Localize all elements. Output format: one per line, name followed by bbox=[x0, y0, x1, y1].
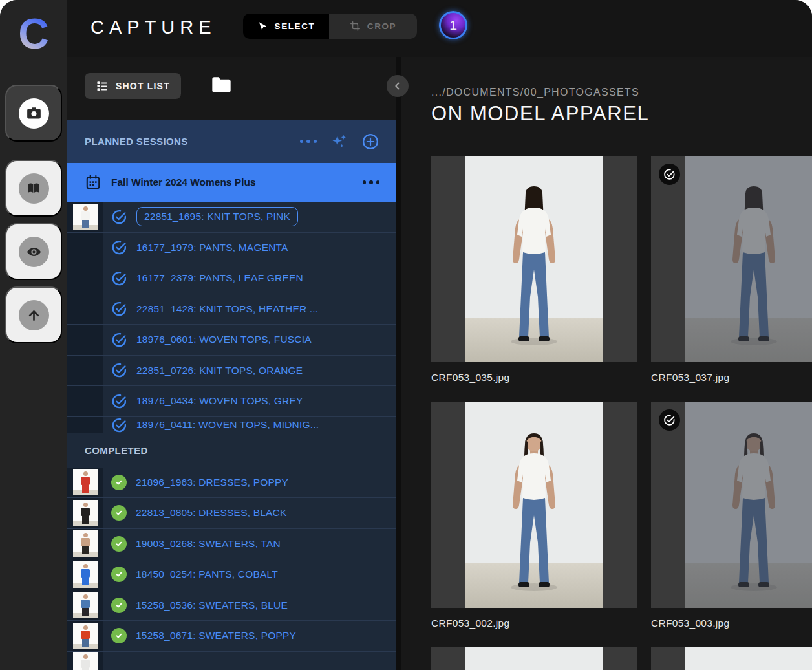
shot-thumbnail bbox=[73, 623, 98, 649]
shot-list-item[interactable]: 22851_1695: KNIT TOPS, PINK bbox=[67, 202, 396, 233]
dim-overlay bbox=[685, 402, 812, 608]
shot-list-item[interactable]: 22813_0805: DRESSES, BLACK bbox=[67, 498, 396, 529]
folder-button[interactable] bbox=[211, 76, 232, 96]
eye-icon bbox=[19, 237, 49, 267]
rail-item-review[interactable] bbox=[5, 223, 62, 280]
ellipsis-icon bbox=[363, 180, 380, 184]
shot-thumb-column bbox=[67, 529, 103, 559]
collapse-panel-button[interactable] bbox=[387, 75, 409, 97]
rail-item-capture[interactable] bbox=[5, 85, 62, 142]
select-tool-button[interactable]: SELECT bbox=[243, 14, 329, 39]
photo-card[interactable] bbox=[431, 647, 637, 670]
shot-thumbnail bbox=[73, 592, 98, 618]
photo-card[interactable] bbox=[651, 647, 812, 670]
shot-thumb-column bbox=[67, 233, 103, 263]
planned-check-icon bbox=[111, 393, 127, 409]
selected-check-badge bbox=[659, 409, 680, 431]
photo-filename: CRF053_002.jpg bbox=[431, 618, 637, 629]
ai-suggest-button[interactable] bbox=[330, 133, 348, 150]
shot-thumb-column bbox=[67, 498, 103, 528]
top-bar: CAPTURE SELECT CROP 1 bbox=[67, 0, 812, 57]
shot-list-item[interactable]: 16177_1979: PANTS, MAGENTA bbox=[67, 233, 396, 264]
photo-card[interactable] bbox=[431, 402, 637, 608]
completed-check-icon bbox=[111, 628, 127, 643]
planned-check-icon bbox=[111, 270, 127, 286]
rail-item-upload[interactable] bbox=[5, 286, 62, 343]
shot-list-item[interactable]: 15258_0536: SWEATERS, BLUE bbox=[67, 590, 396, 621]
shot-thumb-column bbox=[67, 468, 103, 498]
completed-check-icon bbox=[111, 536, 127, 552]
crop-tool-button[interactable]: CROP bbox=[329, 14, 417, 39]
capture-logo: C bbox=[0, 5, 67, 62]
shot-item-label: 18976_0601: WOVEN TOPS, FUSCIA bbox=[136, 334, 312, 345]
shot-list-item[interactable]: 18976_0434: WOVEN TOPS, GREY bbox=[67, 386, 396, 417]
shot-thumb-column bbox=[67, 590, 103, 621]
breadcrumb: .../DOCUMENTS/00_PHOTOGASSETS bbox=[431, 87, 639, 98]
photo bbox=[465, 647, 603, 670]
photo-card[interactable] bbox=[431, 156, 637, 362]
planned-check-icon bbox=[111, 301, 127, 317]
page-title: ON MODEL APPAREL bbox=[431, 102, 649, 125]
shot-list-button[interactable]: SHOT LIST bbox=[85, 73, 181, 99]
photo bbox=[465, 156, 603, 362]
rail-item-lookbook[interactable] bbox=[5, 160, 62, 217]
shot-list-item[interactable]: 18976_0601: WOVEN TOPS, FUSCIA bbox=[67, 325, 396, 356]
completed-check-icon bbox=[111, 505, 127, 521]
shot-thumb-column bbox=[67, 386, 103, 416]
planned-more-button[interactable] bbox=[300, 140, 317, 144]
shot-thumb-column bbox=[67, 417, 103, 433]
shot-thumb-column bbox=[67, 294, 103, 325]
shot-list-item[interactable]: 15258_0671: SWEATERS, POPPY bbox=[67, 621, 396, 652]
shot-thumb-column bbox=[67, 652, 103, 670]
shot-thumbnail bbox=[73, 500, 98, 526]
shot-item-label: 21896_1963: DRESSES, POPPY bbox=[136, 477, 288, 488]
shot-thumb-column bbox=[67, 356, 103, 386]
folder-icon bbox=[211, 76, 232, 94]
session-title: Fall Winter 2024 Womens Plus bbox=[111, 177, 353, 188]
photo-card[interactable] bbox=[651, 156, 812, 362]
app-title: CAPTURE bbox=[91, 17, 217, 38]
session-more-button[interactable] bbox=[363, 180, 380, 184]
photo bbox=[685, 156, 812, 362]
photo-filename: CRF053_003.jpg bbox=[651, 618, 812, 629]
session-row[interactable]: Fall Winter 2024 Womens Plus bbox=[67, 163, 396, 202]
shot-list-item[interactable]: 22851_1428: KNIT TOPS, HEATHER ... bbox=[67, 294, 396, 325]
shot-list-item[interactable] bbox=[67, 652, 396, 670]
shot-list-item[interactable]: 18450_0254: PANTS, COBALT bbox=[67, 559, 396, 590]
shot-thumb-column bbox=[67, 325, 103, 355]
arrow-up-icon bbox=[19, 300, 49, 330]
shot-item-label: 15258_0536: SWEATERS, BLUE bbox=[136, 600, 288, 611]
shot-thumbnail bbox=[73, 561, 98, 588]
browser-panel: .../DOCUMENTS/00_PHOTOGASSETS ON MODEL A… bbox=[401, 57, 812, 670]
shot-list-item[interactable]: 18976_0411: WOVEN TOPS, MIDNIG... bbox=[67, 417, 396, 433]
photo-filename: CRF053_035.jpg bbox=[431, 372, 637, 384]
planned-sessions-title: PLANNED SESSIONS bbox=[85, 136, 286, 147]
icon-rail: C bbox=[0, 0, 67, 670]
planned-check-icon bbox=[111, 332, 127, 348]
photo-grid: CRF053_035.jpg bbox=[431, 156, 812, 670]
completed-check-icon bbox=[111, 475, 127, 490]
photo-card[interactable] bbox=[651, 402, 812, 608]
shot-item-label: 22851_1695: KNIT TOPS, PINK bbox=[136, 207, 298, 226]
planned-check-icon bbox=[111, 362, 127, 378]
shot-item-label: 18976_0434: WOVEN TOPS, GREY bbox=[136, 395, 303, 407]
capture-one-badge[interactable]: 1 bbox=[439, 11, 467, 39]
add-session-button[interactable] bbox=[361, 133, 379, 151]
shot-list-item[interactable]: 21896_1963: DRESSES, POPPY bbox=[67, 468, 396, 499]
shot-list-item[interactable]: 19003_0268: SWEATERS, TAN bbox=[67, 529, 396, 560]
planned-check-icon bbox=[111, 209, 127, 225]
photo-cell: CRF053_003.jpg bbox=[651, 402, 812, 629]
shot-item-label: 15258_0671: SWEATERS, POPPY bbox=[136, 630, 296, 642]
shot-item-label: 22813_0805: DRESSES, BLACK bbox=[136, 507, 287, 519]
completed-check-icon bbox=[111, 598, 127, 613]
sparkles-icon bbox=[330, 133, 348, 150]
photo bbox=[465, 402, 603, 608]
shot-list-item[interactable]: 16177_2379: PANTS, LEAF GREEN bbox=[67, 263, 396, 294]
shot-thumbnail bbox=[73, 652, 98, 670]
selected-check-badge bbox=[659, 164, 680, 185]
shot-list-item[interactable]: 22851_0726: KNIT TOPS, ORANGE bbox=[67, 356, 396, 387]
book-icon bbox=[19, 173, 49, 204]
shot-thumbnail bbox=[73, 469, 98, 495]
crop-icon bbox=[350, 21, 361, 32]
shot-thumb-column bbox=[67, 621, 103, 651]
